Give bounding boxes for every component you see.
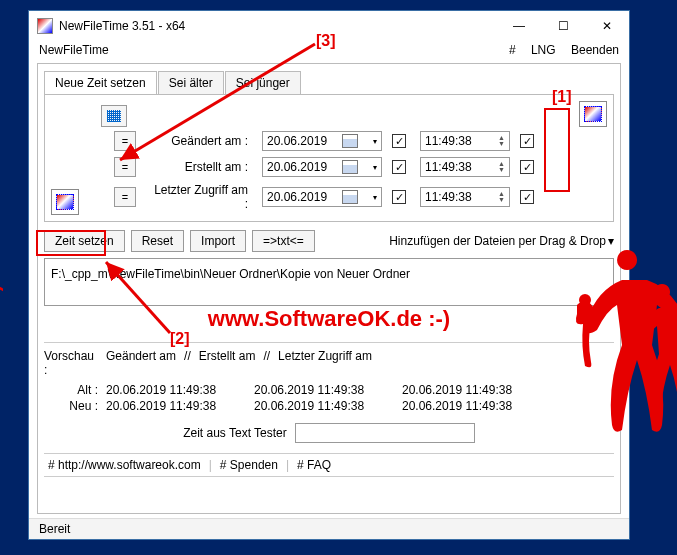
label-modified: Geändert am : [152, 134, 252, 148]
eq-button-created[interactable]: = [114, 157, 136, 177]
time-input-modified[interactable]: 11:49:38 ▲▼ [420, 131, 510, 151]
date-value-modified: 20.06.2019 [267, 134, 327, 148]
time-value-modified: 11:49:38 [425, 134, 472, 148]
status-text: Bereit [39, 522, 70, 536]
drag-drop-hint[interactable]: Hinzufügen der Dateien per Drag & Drop [389, 234, 606, 248]
copy-selection-button[interactable] [101, 105, 127, 127]
drag-drop-menu-icon[interactable]: ▾ [608, 234, 614, 248]
menu-lng[interactable]: LNG [531, 43, 556, 57]
reset-button[interactable]: Reset [131, 230, 184, 252]
text-tester-input[interactable] [295, 423, 475, 443]
footer-links: # http://www.softwareok.com | # Spenden … [44, 453, 614, 477]
time-value-accessed: 11:49:38 [425, 190, 472, 204]
preview-alt-created: 20.06.2019 11:49:38 [254, 383, 394, 397]
preview-neu-modified: 20.06.2019 11:49:38 [106, 399, 246, 413]
corner-icon-top-right[interactable] [579, 101, 607, 127]
date-input-created[interactable]: 20.06.2019 ▾ [262, 157, 382, 177]
side-watermark: www.SoftwareOK.de :-) [0, 285, 4, 505]
work-area: Neue Zeit setzen Sei älter Sei jünger = … [37, 63, 621, 514]
maximize-button[interactable]: ☐ [541, 11, 585, 41]
import-button[interactable]: Import [190, 230, 246, 252]
spinner-icon[interactable]: ▲▼ [498, 135, 505, 147]
tab-set-time[interactable]: Neue Zeit setzen [44, 71, 157, 95]
calendar-icon[interactable] [342, 134, 358, 148]
action-row: Zeit setzen Reset Import =>txt<= Hinzufü… [44, 230, 614, 252]
preview-neu-label: Neu : [44, 399, 98, 413]
date-value-accessed: 20.06.2019 [267, 190, 327, 204]
check-time-modified[interactable] [520, 134, 534, 148]
menubar: NewFileTime # LNG Beenden [29, 41, 629, 63]
link-faq[interactable]: # FAQ [297, 458, 331, 472]
text-tester-label: Zeit aus Text Tester [183, 426, 287, 440]
label-created: Erstellt am : [152, 160, 252, 174]
minimize-button[interactable]: — [497, 11, 541, 41]
tab-be-older[interactable]: Sei älter [158, 71, 224, 95]
titlebar: NewFileTime 3.51 - x64 — ☐ ✕ [29, 11, 629, 41]
preview-sep: // [184, 349, 191, 377]
preview-sep: // [263, 349, 270, 377]
statusbar: Bereit [29, 518, 629, 539]
date-value-created: 20.06.2019 [267, 160, 327, 174]
label-accessed: Letzter Zugriff am : [152, 183, 252, 211]
preview-hdr-created: Erstellt am [199, 349, 256, 377]
preview-hdr-modified: Geändert am [106, 349, 176, 377]
preview-title: Vorschau : [44, 349, 98, 377]
app-icon [37, 18, 53, 34]
eq-button-modified[interactable]: = [114, 131, 136, 151]
dropdown-icon[interactable]: ▾ [373, 137, 377, 146]
time-value-created: 11:49:38 [425, 160, 472, 174]
close-button[interactable]: ✕ [585, 11, 629, 41]
time-input-accessed[interactable]: 11:49:38 ▲▼ [420, 187, 510, 207]
spinner-icon[interactable]: ▲▼ [498, 161, 505, 173]
spinner-icon[interactable]: ▲▼ [498, 191, 505, 203]
preview-alt-modified: 20.06.2019 11:49:38 [106, 383, 246, 397]
preview-alt-accessed: 20.06.2019 11:49:38 [402, 383, 542, 397]
date-input-modified[interactable]: 20.06.2019 ▾ [262, 131, 382, 151]
link-homepage[interactable]: # http://www.softwareok.com [48, 458, 201, 472]
check-date-accessed[interactable] [392, 190, 406, 204]
calendar-icon[interactable] [342, 160, 358, 174]
decorative-dancers [567, 250, 677, 490]
file-path-entry[interactable]: F:\_cpp_m\NewFileTime\bin\Neuer Ordner\K… [51, 267, 607, 281]
corner-icon-bottom-left[interactable] [51, 189, 79, 215]
calendar-icon[interactable] [342, 190, 358, 204]
separator: | [282, 458, 293, 472]
check-date-created[interactable] [392, 160, 406, 174]
eq-button-accessed[interactable]: = [114, 187, 136, 207]
preview-section: Vorschau : Geändert am // Erstellt am //… [44, 349, 614, 443]
menu-app[interactable]: NewFileTime [39, 43, 497, 57]
separator: | [205, 458, 216, 472]
check-date-modified[interactable] [392, 134, 406, 148]
window-title: NewFileTime 3.51 - x64 [59, 19, 497, 33]
center-watermark: www.SoftwareOK.de :-) [44, 306, 614, 332]
dropdown-icon[interactable]: ▾ [373, 163, 377, 172]
date-input-accessed[interactable]: 20.06.2019 ▾ [262, 187, 382, 207]
tab-be-younger[interactable]: Sei jünger [225, 71, 301, 95]
check-time-accessed[interactable] [520, 190, 534, 204]
txt-button[interactable]: =>txt<= [252, 230, 315, 252]
file-list[interactable]: F:\_cpp_m\NewFileTime\bin\Neuer Ordner\K… [44, 258, 614, 306]
time-input-created[interactable]: 11:49:38 ▲▼ [420, 157, 510, 177]
set-time-panel: = Geändert am : 20.06.2019 ▾ 11:49:38 ▲▼… [44, 94, 614, 222]
menu-hash[interactable]: # [509, 43, 516, 57]
check-time-created[interactable] [520, 160, 534, 174]
preview-alt-label: Alt : [44, 383, 98, 397]
tab-strip: Neue Zeit setzen Sei älter Sei jünger [44, 70, 614, 94]
preview-neu-created: 20.06.2019 11:49:38 [254, 399, 394, 413]
app-window: NewFileTime 3.51 - x64 — ☐ ✕ NewFileTime… [28, 10, 630, 540]
set-time-button[interactable]: Zeit setzen [44, 230, 125, 252]
preview-hdr-accessed: Letzter Zugriff am [278, 349, 372, 377]
date-grid: = Geändert am : 20.06.2019 ▾ 11:49:38 ▲▼… [51, 131, 607, 211]
menu-exit[interactable]: Beenden [571, 43, 619, 57]
preview-neu-accessed: 20.06.2019 11:49:38 [402, 399, 542, 413]
dropdown-icon[interactable]: ▾ [373, 193, 377, 202]
link-donate[interactable]: # Spenden [220, 458, 278, 472]
